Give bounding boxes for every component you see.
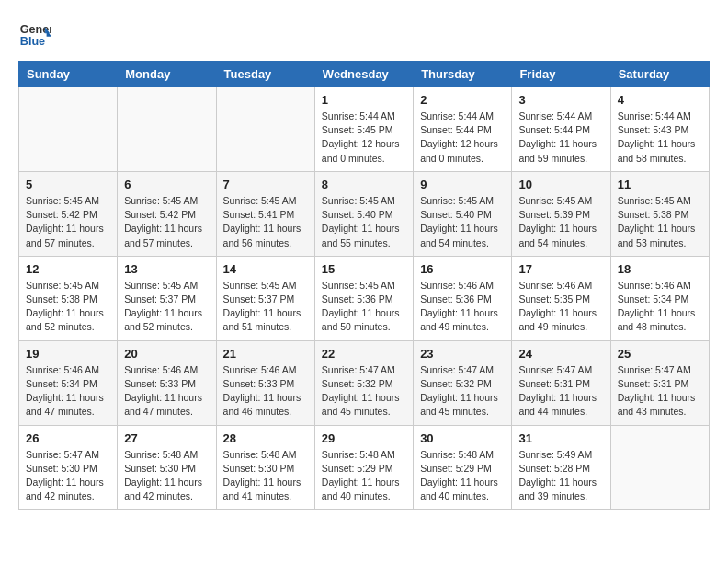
day-info: Sunrise: 5:45 AM Sunset: 5:42 PM Dayligh… bbox=[124, 194, 209, 250]
day-cell: 14Sunrise: 5:45 AM Sunset: 5:37 PM Dayli… bbox=[216, 256, 314, 340]
calendar-table: SundayMondayTuesdayWednesdayThursdayFrid… bbox=[18, 61, 710, 510]
day-number: 10 bbox=[518, 178, 603, 191]
day-cell: 29Sunrise: 5:48 AM Sunset: 5:29 PM Dayli… bbox=[314, 425, 413, 510]
day-number: 4 bbox=[618, 93, 702, 107]
day-number: 17 bbox=[518, 262, 603, 276]
week-row-3: 12Sunrise: 5:45 AM Sunset: 5:38 PM Dayli… bbox=[19, 256, 710, 340]
weekday-saturday: Saturday bbox=[610, 62, 709, 87]
day-cell: 3Sunrise: 5:44 AM Sunset: 5:44 PM Daylig… bbox=[512, 87, 610, 172]
day-number: 21 bbox=[223, 347, 308, 361]
day-cell: 8Sunrise: 5:45 AM Sunset: 5:40 PM Daylig… bbox=[314, 171, 413, 256]
day-info: Sunrise: 5:45 AM Sunset: 5:36 PM Dayligh… bbox=[322, 279, 406, 335]
day-info: Sunrise: 5:45 AM Sunset: 5:37 PM Dayligh… bbox=[124, 279, 209, 335]
day-cell: 7Sunrise: 5:45 AM Sunset: 5:41 PM Daylig… bbox=[216, 171, 314, 256]
day-info: Sunrise: 5:45 AM Sunset: 5:40 PM Dayligh… bbox=[420, 194, 505, 250]
week-row-2: 5Sunrise: 5:45 AM Sunset: 5:42 PM Daylig… bbox=[19, 171, 710, 256]
day-cell: 12Sunrise: 5:45 AM Sunset: 5:38 PM Dayli… bbox=[19, 256, 118, 340]
day-info: Sunrise: 5:47 AM Sunset: 5:32 PM Dayligh… bbox=[420, 363, 505, 419]
day-cell bbox=[118, 87, 216, 172]
weekday-monday: Monday bbox=[118, 62, 216, 87]
day-cell: 21Sunrise: 5:46 AM Sunset: 5:33 PM Dayli… bbox=[216, 340, 314, 425]
day-info: Sunrise: 5:44 AM Sunset: 5:44 PM Dayligh… bbox=[518, 109, 603, 166]
day-number: 14 bbox=[223, 262, 308, 276]
day-info: Sunrise: 5:46 AM Sunset: 5:35 PM Dayligh… bbox=[518, 279, 603, 335]
day-number: 29 bbox=[322, 431, 406, 445]
day-info: Sunrise: 5:46 AM Sunset: 5:33 PM Dayligh… bbox=[124, 363, 209, 419]
day-number: 25 bbox=[618, 347, 702, 361]
day-number: 20 bbox=[124, 347, 209, 361]
day-cell: 13Sunrise: 5:45 AM Sunset: 5:37 PM Dayli… bbox=[118, 256, 216, 340]
day-info: Sunrise: 5:44 AM Sunset: 5:45 PM Dayligh… bbox=[322, 109, 406, 166]
day-info: Sunrise: 5:46 AM Sunset: 5:34 PM Dayligh… bbox=[26, 363, 110, 419]
day-cell: 26Sunrise: 5:47 AM Sunset: 5:30 PM Dayli… bbox=[19, 425, 118, 510]
day-info: Sunrise: 5:44 AM Sunset: 5:43 PM Dayligh… bbox=[618, 109, 702, 166]
day-number: 27 bbox=[124, 431, 209, 445]
day-info: Sunrise: 5:46 AM Sunset: 5:33 PM Dayligh… bbox=[223, 363, 308, 419]
page-header: General Blue bbox=[18, 18, 710, 52]
day-info: Sunrise: 5:45 AM Sunset: 5:38 PM Dayligh… bbox=[618, 194, 702, 250]
day-cell: 10Sunrise: 5:45 AM Sunset: 5:39 PM Dayli… bbox=[512, 171, 610, 256]
day-info: Sunrise: 5:45 AM Sunset: 5:41 PM Dayligh… bbox=[223, 194, 308, 250]
day-number: 19 bbox=[26, 347, 110, 361]
day-number: 24 bbox=[518, 347, 603, 361]
day-info: Sunrise: 5:48 AM Sunset: 5:30 PM Dayligh… bbox=[124, 448, 209, 504]
day-number: 8 bbox=[322, 178, 406, 191]
day-number: 26 bbox=[26, 431, 110, 445]
day-cell: 5Sunrise: 5:45 AM Sunset: 5:42 PM Daylig… bbox=[19, 171, 118, 256]
day-number: 22 bbox=[322, 347, 406, 361]
day-info: Sunrise: 5:48 AM Sunset: 5:30 PM Dayligh… bbox=[223, 448, 308, 504]
day-cell bbox=[216, 87, 314, 172]
day-cell: 27Sunrise: 5:48 AM Sunset: 5:30 PM Dayli… bbox=[118, 425, 216, 510]
day-cell bbox=[610, 425, 709, 510]
day-info: Sunrise: 5:44 AM Sunset: 5:44 PM Dayligh… bbox=[420, 109, 505, 166]
day-info: Sunrise: 5:45 AM Sunset: 5:40 PM Dayligh… bbox=[322, 194, 406, 250]
day-info: Sunrise: 5:47 AM Sunset: 5:31 PM Dayligh… bbox=[518, 363, 603, 419]
day-cell: 18Sunrise: 5:46 AM Sunset: 5:34 PM Dayli… bbox=[610, 256, 709, 340]
weekday-thursday: Thursday bbox=[414, 62, 512, 87]
day-cell: 24Sunrise: 5:47 AM Sunset: 5:31 PM Dayli… bbox=[512, 340, 610, 425]
day-cell: 15Sunrise: 5:45 AM Sunset: 5:36 PM Dayli… bbox=[314, 256, 413, 340]
day-number: 23 bbox=[420, 347, 505, 361]
day-number: 12 bbox=[26, 262, 110, 276]
day-number: 16 bbox=[420, 262, 505, 276]
week-row-5: 26Sunrise: 5:47 AM Sunset: 5:30 PM Dayli… bbox=[19, 425, 710, 510]
day-cell: 17Sunrise: 5:46 AM Sunset: 5:35 PM Dayli… bbox=[512, 256, 610, 340]
weekday-wednesday: Wednesday bbox=[314, 62, 413, 87]
day-info: Sunrise: 5:46 AM Sunset: 5:36 PM Dayligh… bbox=[420, 279, 505, 335]
day-cell: 9Sunrise: 5:45 AM Sunset: 5:40 PM Daylig… bbox=[414, 171, 512, 256]
day-info: Sunrise: 5:46 AM Sunset: 5:34 PM Dayligh… bbox=[618, 279, 702, 335]
day-info: Sunrise: 5:45 AM Sunset: 5:42 PM Dayligh… bbox=[26, 194, 110, 250]
day-info: Sunrise: 5:48 AM Sunset: 5:29 PM Dayligh… bbox=[322, 448, 406, 504]
day-info: Sunrise: 5:45 AM Sunset: 5:37 PM Dayligh… bbox=[223, 279, 308, 335]
weekday-tuesday: Tuesday bbox=[216, 62, 314, 87]
day-cell: 22Sunrise: 5:47 AM Sunset: 5:32 PM Dayli… bbox=[314, 340, 413, 425]
day-number: 9 bbox=[420, 178, 505, 191]
day-number: 1 bbox=[322, 93, 406, 107]
day-cell: 30Sunrise: 5:48 AM Sunset: 5:29 PM Dayli… bbox=[414, 425, 512, 510]
day-info: Sunrise: 5:45 AM Sunset: 5:38 PM Dayligh… bbox=[26, 279, 110, 335]
day-number: 6 bbox=[124, 178, 209, 191]
weekday-friday: Friday bbox=[512, 62, 610, 87]
day-cell: 11Sunrise: 5:45 AM Sunset: 5:38 PM Dayli… bbox=[610, 171, 709, 256]
week-row-1: 1Sunrise: 5:44 AM Sunset: 5:45 PM Daylig… bbox=[19, 87, 710, 172]
day-info: Sunrise: 5:47 AM Sunset: 5:31 PM Dayligh… bbox=[618, 363, 702, 419]
weekday-header: SundayMondayTuesdayWednesdayThursdayFrid… bbox=[19, 62, 710, 87]
day-cell: 16Sunrise: 5:46 AM Sunset: 5:36 PM Dayli… bbox=[414, 256, 512, 340]
day-number: 13 bbox=[124, 262, 209, 276]
day-number: 28 bbox=[223, 431, 308, 445]
svg-text:Blue: Blue bbox=[20, 35, 45, 48]
day-cell: 20Sunrise: 5:46 AM Sunset: 5:33 PM Dayli… bbox=[118, 340, 216, 425]
logo-icon: General Blue bbox=[18, 18, 51, 52]
day-number: 30 bbox=[420, 431, 505, 445]
day-number: 18 bbox=[618, 262, 702, 276]
day-number: 2 bbox=[420, 93, 505, 107]
day-info: Sunrise: 5:45 AM Sunset: 5:39 PM Dayligh… bbox=[518, 194, 603, 250]
day-cell bbox=[19, 87, 118, 172]
day-info: Sunrise: 5:47 AM Sunset: 5:30 PM Dayligh… bbox=[26, 448, 110, 504]
week-row-4: 19Sunrise: 5:46 AM Sunset: 5:34 PM Dayli… bbox=[19, 340, 710, 425]
day-info: Sunrise: 5:48 AM Sunset: 5:29 PM Dayligh… bbox=[420, 448, 505, 504]
day-cell: 6Sunrise: 5:45 AM Sunset: 5:42 PM Daylig… bbox=[118, 171, 216, 256]
day-number: 3 bbox=[518, 93, 603, 107]
day-cell: 28Sunrise: 5:48 AM Sunset: 5:30 PM Dayli… bbox=[216, 425, 314, 510]
day-cell: 25Sunrise: 5:47 AM Sunset: 5:31 PM Dayli… bbox=[610, 340, 709, 425]
